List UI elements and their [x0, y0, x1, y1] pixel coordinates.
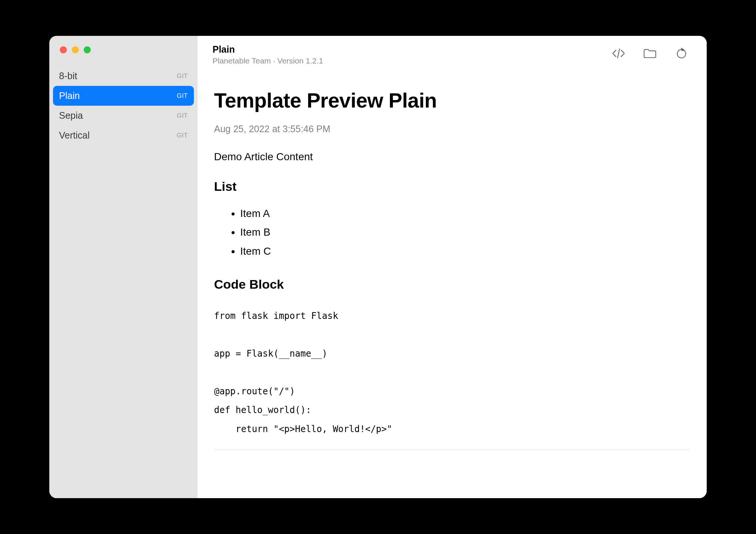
- folder-icon: [643, 47, 657, 59]
- sidebar-item-label: Vertical: [59, 130, 90, 141]
- template-meta: Planetable Team · Version 1.2.1: [213, 56, 611, 65]
- preview-content: Template Preview Plain Aug 25, 2022 at 3…: [198, 70, 707, 498]
- toolbar-title-area: Plain Planetable Team · Version 1.2.1: [213, 44, 611, 65]
- minimize-window-button[interactable]: [72, 46, 79, 53]
- sidebar-item-8bit[interactable]: 8-bit GIT: [53, 66, 194, 86]
- code-block: from flask import Flask app = Flask(__na…: [214, 307, 690, 450]
- sidebar-item-label: Sepia: [59, 110, 83, 121]
- app-window: 8-bit GIT Plain GIT Sepia GIT Vertical G…: [49, 36, 707, 498]
- code-icon: [611, 47, 626, 59]
- maximize-window-button[interactable]: [84, 46, 91, 53]
- git-badge: GIT: [177, 72, 188, 80]
- sidebar: 8-bit GIT Plain GIT Sepia GIT Vertical G…: [49, 36, 198, 498]
- list-item: Item C: [240, 242, 690, 261]
- git-badge: GIT: [177, 132, 188, 139]
- template-name: Plain: [213, 44, 611, 55]
- article-date: Aug 25, 2022 at 3:55:46 PM: [214, 124, 690, 134]
- svg-line-0: [617, 49, 619, 58]
- refresh-icon: [674, 47, 688, 59]
- list-heading: List: [214, 179, 690, 194]
- sidebar-item-label: Plain: [59, 90, 80, 101]
- article-list: Item A Item B Item C: [214, 204, 690, 261]
- sidebar-item-vertical[interactable]: Vertical GIT: [53, 125, 194, 145]
- window-controls: [49, 36, 198, 66]
- code-button[interactable]: [611, 47, 626, 60]
- refresh-button[interactable]: [674, 47, 689, 60]
- article-title: Template Preview Plain: [214, 89, 690, 112]
- list-item: Item A: [240, 204, 690, 223]
- git-badge: GIT: [177, 92, 188, 100]
- template-list: 8-bit GIT Plain GIT Sepia GIT Vertical G…: [49, 66, 198, 145]
- code-heading: Code Block: [214, 277, 690, 292]
- main-pane: Plain Planetable Team · Version 1.2.1: [198, 36, 707, 498]
- toolbar: Plain Planetable Team · Version 1.2.1: [198, 36, 707, 70]
- git-badge: GIT: [177, 112, 188, 119]
- article-intro: Demo Article Content: [214, 151, 690, 163]
- list-item: Item B: [240, 223, 690, 242]
- folder-button[interactable]: [642, 47, 657, 60]
- close-window-button[interactable]: [60, 46, 67, 53]
- sidebar-item-label: 8-bit: [59, 71, 77, 81]
- svg-marker-1: [682, 49, 685, 51]
- sidebar-item-sepia[interactable]: Sepia GIT: [53, 106, 194, 125]
- sidebar-item-plain[interactable]: Plain GIT: [53, 86, 194, 106]
- toolbar-actions: [611, 44, 692, 60]
